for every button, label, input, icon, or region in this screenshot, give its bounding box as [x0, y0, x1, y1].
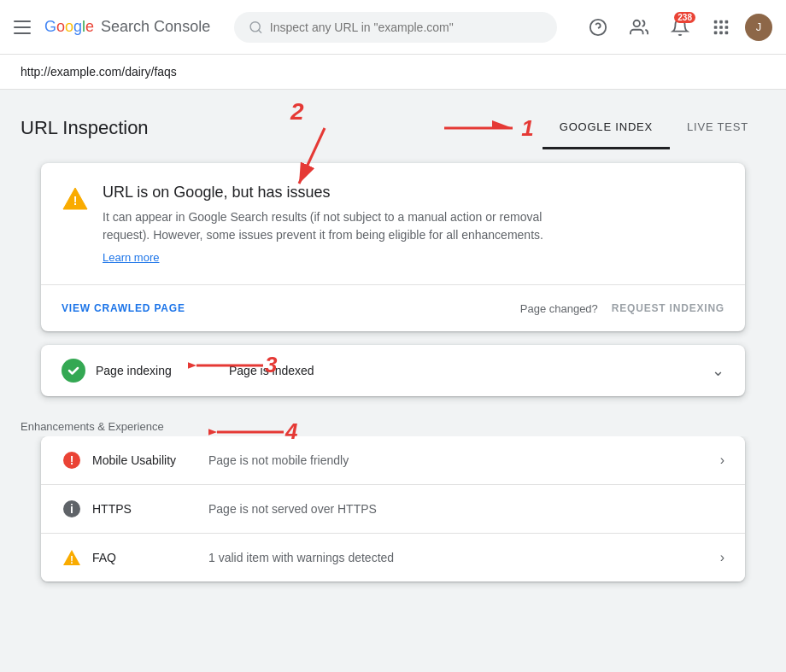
- menu-button[interactable]: [14, 17, 34, 38]
- svg-text:!: !: [70, 554, 73, 566]
- enhancements-title: Enhancements & Experience: [21, 420, 164, 433]
- svg-line-1: [259, 30, 261, 32]
- users-button[interactable]: [622, 10, 656, 44]
- https-status: Page is not served over HTTPS: [208, 502, 724, 516]
- enhancement-https[interactable]: i HTTPS Page is not served over HTTPS: [41, 484, 745, 533]
- search-input[interactable]: [270, 20, 543, 34]
- svg-rect-10: [725, 26, 729, 29]
- status-description: It can appear in Google Search results (…: [103, 208, 581, 244]
- expand-indexing-icon[interactable]: ⌄: [712, 361, 724, 380]
- arrow-1-icon: [444, 118, 521, 138]
- https-label: HTTPS: [92, 502, 195, 516]
- svg-rect-12: [719, 31, 723, 34]
- help-icon: [589, 18, 607, 37]
- enhancements-container: ! Mobile Usability Page is not mobile fr…: [41, 436, 745, 581]
- svg-rect-7: [725, 20, 729, 23]
- users-icon: [630, 18, 648, 37]
- request-indexing-button[interactable]: REQUEST INDEXING: [612, 302, 724, 314]
- svg-rect-11: [714, 31, 718, 34]
- action-right: Page changed? REQUEST INDEXING: [520, 302, 724, 315]
- page-indexing-label: Page indexing: [96, 364, 215, 377]
- card-actions: VIEW CRAWLED PAGE Page changed? REQUEST …: [41, 285, 745, 331]
- header: Google Search Console: [0, 0, 786, 55]
- page-title: URL Inspection: [21, 117, 444, 139]
- enhancement-faq[interactable]: ! FAQ 1 valid item with warnings detecte…: [41, 533, 745, 581]
- google-logo: Google: [44, 18, 94, 36]
- apps-button[interactable]: [704, 10, 738, 44]
- page-changed-label: Page changed?: [520, 302, 598, 315]
- faq-label: FAQ: [92, 551, 195, 564]
- url-bar: http://example.com/dairy/faqs: [0, 55, 786, 90]
- help-button[interactable]: [581, 10, 615, 44]
- main-content: URL Inspection 2: [0, 90, 786, 616]
- enhancements-label: Enhancements & Experience 4: [21, 420, 765, 433]
- checkmark-icon: [67, 364, 80, 377]
- https-info-icon: i: [62, 499, 82, 519]
- svg-rect-6: [719, 20, 723, 23]
- tabs: 1 GOOGLE INDEX LIVE TEST: [444, 107, 765, 149]
- search-bar[interactable]: [234, 12, 557, 43]
- svg-rect-8: [714, 26, 718, 29]
- svg-point-4: [634, 20, 640, 26]
- mobile-usability-chevron-icon[interactable]: ›: [720, 453, 724, 468]
- svg-text:!: !: [73, 194, 78, 207]
- svg-rect-9: [719, 26, 723, 29]
- page-indexing-status: Page is indexed: [229, 364, 712, 377]
- status-content: URL is on Google, but has issues It can …: [103, 184, 581, 264]
- faq-warning-icon: !: [62, 547, 82, 568]
- check-icon: [62, 359, 85, 383]
- grid-icon: [712, 18, 730, 37]
- warning-icon: !: [62, 185, 89, 213]
- notification-badge: 238: [674, 12, 695, 23]
- tab-live-test[interactable]: LIVE TEST: [670, 107, 765, 149]
- svg-text:i: i: [70, 502, 73, 516]
- search-icon: [249, 20, 263, 35]
- status-title: URL is on Google, but has issues: [103, 184, 581, 202]
- svg-rect-5: [714, 20, 718, 23]
- status-section: ! URL is on Google, but has issues It ca…: [41, 163, 745, 284]
- tab-google-index[interactable]: GOOGLE INDEX: [543, 107, 670, 149]
- product-name: Search Console: [101, 18, 210, 36]
- notifications-button[interactable]: 238: [663, 10, 697, 44]
- mobile-usability-status: Page is not mobile friendly: [208, 453, 720, 467]
- current-url: http://example.com/dairy/faqs: [21, 65, 177, 79]
- svg-rect-13: [725, 31, 729, 34]
- view-crawled-button[interactable]: VIEW CRAWLED PAGE: [62, 295, 185, 321]
- faq-status: 1 valid item with warnings detected: [208, 551, 720, 564]
- status-card: ! URL is on Google, but has issues It ca…: [41, 163, 745, 331]
- page-indexing-row[interactable]: Page indexing 3 Page is indexed ⌄: [41, 345, 745, 396]
- logo-area: Google Search Console: [44, 18, 210, 36]
- learn-more-link[interactable]: Learn more: [103, 251, 159, 264]
- header-icons: 238 J: [581, 10, 772, 44]
- enhancement-mobile-usability[interactable]: ! Mobile Usability Page is not mobile fr…: [41, 436, 745, 484]
- mobile-usability-error-icon: !: [62, 450, 82, 470]
- mobile-usability-label: Mobile Usability: [92, 453, 195, 467]
- avatar[interactable]: J: [745, 14, 772, 41]
- faq-chevron-icon[interactable]: ›: [720, 550, 724, 565]
- svg-text:!: !: [70, 453, 74, 467]
